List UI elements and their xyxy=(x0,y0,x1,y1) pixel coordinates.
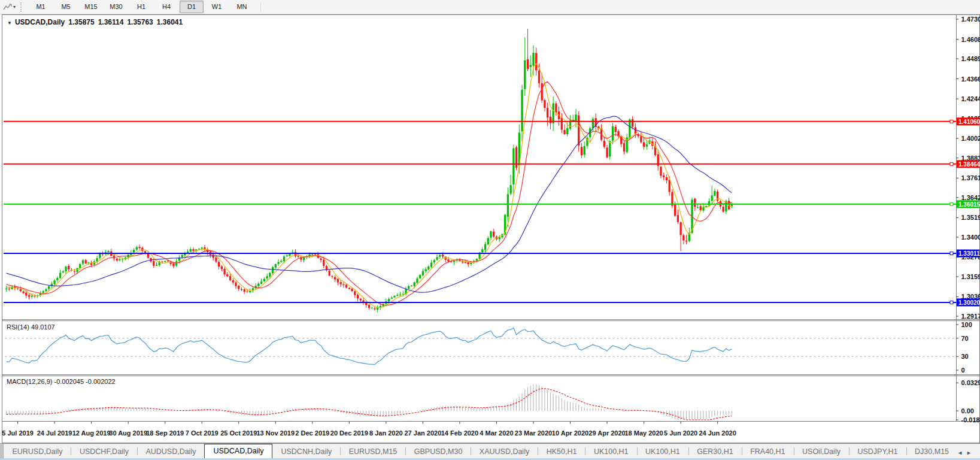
date-label: 18 May 2020 xyxy=(624,429,663,437)
line-handle[interactable] xyxy=(950,162,953,165)
ohlc-high: 1.36114 xyxy=(98,18,124,26)
toolbar-separator xyxy=(260,2,261,12)
price-badge-label: 1.36015 xyxy=(958,201,980,208)
chart-tabs-bar: EURUSD,DailyUSDCHF,DailyAUDUSD,DailyUSDC… xyxy=(0,443,980,458)
date-label: 10 Apr 2020 xyxy=(552,429,588,437)
macd-tick-label: 0.032972 xyxy=(961,379,980,386)
tab-eurusd-m15[interactable]: EURUSD,M15 xyxy=(341,445,406,458)
rsi-label: RSI(14) 49.0107 xyxy=(7,323,55,331)
date-label: 20 Dec 2019 xyxy=(330,429,368,437)
ohlc-open: 1.35875 xyxy=(68,18,94,26)
chart-canvas[interactable]: 1.473051.460801.448901.436651.424401.412… xyxy=(0,0,980,460)
tab-uk100-h1[interactable]: UK100,H1 xyxy=(585,445,637,458)
date-label: 12 Aug 2019 xyxy=(72,429,111,437)
line-handle[interactable] xyxy=(950,252,953,255)
date-label: 7 Oct 2019 xyxy=(186,429,219,437)
macd-tick-label: 0.00 xyxy=(961,407,974,414)
arrow-right-icon[interactable]: ► xyxy=(966,450,975,456)
timeframe-button-h4[interactable]: H4 xyxy=(154,1,178,13)
date-label: 13 Nov 2019 xyxy=(256,429,295,437)
price-badge-label: 1.33011 xyxy=(958,250,980,257)
price-tick-label: 1.37610 xyxy=(961,174,980,181)
price-tick-label: 1.35195 xyxy=(961,214,980,221)
chart-symbol: USDCAD,Daily xyxy=(15,18,65,26)
timeframe-button-mn[interactable]: MN xyxy=(230,1,254,13)
line-handle[interactable] xyxy=(950,120,953,123)
tab-audusd-daily[interactable]: AUDUSD,Daily xyxy=(137,445,204,458)
price-badge-label: 1.30020 xyxy=(958,299,980,306)
timeframe-toolbar: ▾ M1M5M15M30H1H4D1W1MN xyxy=(0,0,980,14)
tab-ger30-h1[interactable]: GER30,H1 xyxy=(688,445,741,458)
date-label: 8 Jan 2020 xyxy=(369,429,403,437)
timeframe-button-w1[interactable]: W1 xyxy=(205,1,229,13)
timeframe-buttons: M1M5M15M30H1H4D1W1MN xyxy=(28,1,254,13)
tab-dj30-m15[interactable]: DJ30,M15 xyxy=(906,445,957,458)
date-label: 23 Mar 2020 xyxy=(515,429,552,437)
tab-hk50-h1[interactable]: HK50,H1 xyxy=(538,445,585,458)
macd-tick-label: -0.01815 xyxy=(961,416,980,423)
price-tick-label: 1.44890 xyxy=(961,55,980,62)
tab-usdchf-daily[interactable]: USDCHF,Daily xyxy=(71,445,137,458)
timeframe-button-d1[interactable]: D1 xyxy=(180,1,204,13)
tab-uk100-h1[interactable]: UK100,H1 xyxy=(637,445,688,458)
tab-usdcad-daily[interactable]: USDCAD,Daily xyxy=(204,444,272,458)
tab-eurusd-daily[interactable]: EURUSD,Daily xyxy=(4,445,71,458)
chevron-down-icon[interactable]: ▾ xyxy=(13,4,16,10)
price-tick-label: 1.42440 xyxy=(961,95,980,102)
rsi-tick-label: 0 xyxy=(961,367,965,374)
date-label: 5 Jun 2020 xyxy=(664,429,697,437)
tab-usdjpy-h1[interactable]: USDJPY,H1 xyxy=(849,445,906,458)
price-tick-label: 1.31590 xyxy=(961,273,980,280)
tab-usdcnh-daily[interactable]: USDCNH,Daily xyxy=(272,445,340,458)
line-handle[interactable] xyxy=(950,301,953,304)
timeframe-button-h1[interactable]: H1 xyxy=(129,1,153,13)
date-label: 30 Aug 2019 xyxy=(109,429,147,437)
date-label: 5 Jul 2019 xyxy=(2,429,34,437)
price-tick-label: 1.46080 xyxy=(961,36,980,43)
tab-xauusd-daily[interactable]: XAUUSD,Daily xyxy=(471,445,538,458)
price-badge-label: 1.41060 xyxy=(958,119,980,125)
price-tick-label: 1.43665 xyxy=(961,75,980,83)
price-tick-label: 1.47305 xyxy=(961,16,980,23)
timeframe-button-m15[interactable]: M15 xyxy=(79,1,103,13)
date-label: 27 Jan 2020 xyxy=(405,429,442,437)
chevron-down-icon[interactable]: ▼ xyxy=(7,20,12,26)
price-tick-label: 1.40025 xyxy=(961,135,980,142)
date-label: 24 Jul 2019 xyxy=(37,429,72,437)
rsi-tick-label: 70 xyxy=(961,335,969,342)
chart-window-frame xyxy=(2,15,980,443)
toolbar-grip xyxy=(20,2,24,12)
macd-label: MACD(12,26,9) -0.002045 -0.002022 xyxy=(7,378,116,385)
date-label: 29 Apr 2020 xyxy=(588,429,625,437)
rsi-tick-label: 100 xyxy=(961,321,972,328)
date-label: 25 Oct 2019 xyxy=(220,429,257,437)
timeframe-button-m5[interactable]: M5 xyxy=(54,1,78,13)
date-label: 24 Jun 2020 xyxy=(699,429,736,437)
rsi-tick-label: 30 xyxy=(961,353,969,360)
ohlc-close: 1.36041 xyxy=(157,18,183,26)
date-label: 14 Feb 2020 xyxy=(441,429,478,437)
price-badge-label: 1.38464 xyxy=(958,161,980,168)
tab-fra40-h1[interactable]: FRA40,H1 xyxy=(742,445,793,458)
price-tick-label: 1.34005 xyxy=(961,234,980,241)
chart-cursor-icon[interactable] xyxy=(2,2,13,12)
ohlc-low: 1.35763 xyxy=(127,18,153,26)
price-tick-label: 1.29175 xyxy=(961,313,980,320)
timeframe-button-m30[interactable]: M30 xyxy=(104,1,128,13)
arrow-left-icon[interactable]: ◄ xyxy=(957,450,966,456)
chart-title: ▼USDCAD,Daily1.358751.361141.357631.3604… xyxy=(7,18,183,26)
trading-terminal: { "toolbar": { "tool_icon": "chart-curso… xyxy=(0,0,980,460)
tabs-scroll-arrows[interactable]: ◄► xyxy=(957,450,975,456)
date-label: 18 Sep 2019 xyxy=(146,429,184,437)
tab-usoil-daily[interactable]: USOil,Daily xyxy=(794,445,849,458)
date-label: 2 Dec 2019 xyxy=(295,429,329,437)
line-handle[interactable] xyxy=(950,202,953,205)
date-label: 4 Mar 2020 xyxy=(480,429,513,437)
price-tick-label: 1.36420 xyxy=(961,194,980,201)
tab-gbpusd-m30[interactable]: GBPUSD,M30 xyxy=(406,445,471,458)
timeframe-button-m1[interactable]: M1 xyxy=(29,1,53,13)
